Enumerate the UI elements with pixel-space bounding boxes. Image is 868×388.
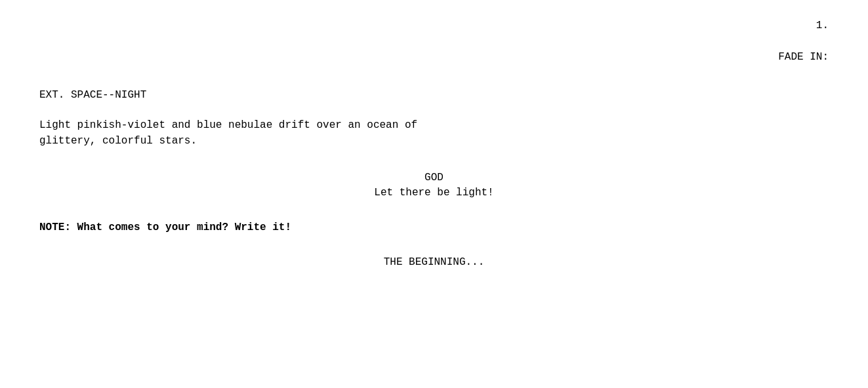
- note-text: NOTE: What comes to your mind? Write it!: [39, 222, 829, 233]
- character-name: GOD: [39, 172, 829, 184]
- scene-heading: EXT. SPACE--NIGHT: [39, 89, 829, 101]
- action-line-1: Light pinkish-violet and blue nebulae dr…: [39, 119, 417, 131]
- title-card: THE BEGINNING...: [39, 256, 829, 268]
- fade-in-text: FADE IN:: [39, 51, 829, 63]
- dialogue-text: Let there be light!: [39, 187, 829, 199]
- page-number: 1.: [39, 20, 829, 31]
- action-line-2: glittery, colorful stars.: [39, 135, 197, 147]
- screenplay-page: 1. FADE IN: EXT. SPACE--NIGHT Light pink…: [0, 0, 868, 388]
- action-block: Light pinkish-violet and blue nebulae dr…: [39, 117, 829, 149]
